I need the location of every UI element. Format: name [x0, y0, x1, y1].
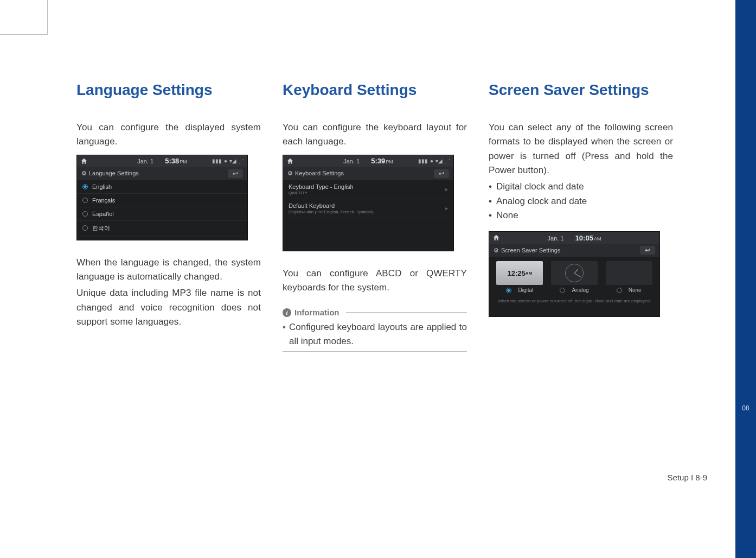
status-center: Jan. 1 5:39PM	[283, 157, 453, 165]
bullet-item: •Digital clock and date	[489, 180, 673, 194]
back-button[interactable]: ↩	[640, 246, 655, 255]
language-note-1: When the language is changed, the system…	[76, 256, 261, 284]
keyboard-intro: You can configure the keyboard layout fo…	[283, 121, 467, 149]
option-label: None	[629, 287, 642, 293]
keyboard-screenshot: Jan. 1 5:39PM ▮▮▮ ● ▾◢ ⋰ ⚙Keyboard Setti…	[283, 155, 454, 251]
radio-icon	[82, 184, 88, 189]
screen-title: Screen Saver Settings	[501, 247, 560, 253]
analog-clock-icon	[565, 264, 584, 282]
heading-language: Language Settings	[76, 81, 261, 99]
column-language: Language Settings You can configure the …	[76, 81, 261, 352]
status-date: Jan. 1	[343, 158, 360, 164]
info-icon: i	[283, 308, 291, 317]
status-center: Jan. 1 5:38PM	[77, 157, 247, 165]
bullet-item: •None	[489, 208, 673, 223]
analog-preview	[551, 261, 598, 285]
language-label: Español	[92, 211, 114, 217]
keyboard-item-label: Default Keyboard	[289, 202, 374, 209]
screen-title: Language Settings	[89, 170, 139, 176]
saver-option-none[interactable]: None	[601, 261, 656, 293]
status-time: 5:38	[165, 157, 179, 165]
back-button[interactable]: ↩	[434, 169, 449, 178]
keyboard-item[interactable]: Default Keyboard English-Latin (For Engl…	[283, 199, 453, 218]
bullet-dot: •	[489, 194, 496, 208]
digital-preview: 12:25 AM	[496, 261, 543, 285]
screen-title-bar: ⚙Screen Saver Settings ↩	[489, 244, 659, 257]
heading-screensaver: Screen Saver Settings	[489, 81, 673, 99]
language-screenshot: Jan. 1 5:38PM ▮▮▮ ● ▾◢ ⋰ ⚙Language Setti…	[76, 155, 248, 240]
language-label: English	[92, 183, 112, 190]
status-bar: Jan. 1 10:05AM	[489, 232, 659, 244]
keyboard-item-label: Keyboard Type - English	[289, 183, 354, 190]
status-time: 5:39	[371, 157, 385, 165]
bullet-text: None	[496, 208, 518, 223]
bullet-text: Digital clock and date	[496, 180, 584, 194]
information-item: • Configured keyboard layouts are applie…	[283, 320, 467, 352]
language-option[interactable]: Français	[77, 194, 247, 207]
radio-icon	[506, 288, 511, 293]
screen-title-bar: ⚙Keyboard Settings ↩	[283, 167, 453, 180]
status-date: Jan. 1	[137, 158, 153, 164]
saver-option-analog[interactable]: Analog	[547, 261, 602, 293]
screen-title-bar: ⚙Language Settings ↩	[77, 167, 247, 180]
screensaver-options: 12:25 AM Digital Analog	[489, 257, 659, 316]
corner-rule-h	[0, 34, 48, 35]
saver-option-digital[interactable]: 12:25 AM Digital	[492, 261, 547, 293]
information-block: i Information • Configured keyboard layo…	[283, 308, 467, 352]
keyboard-note: You can configure ABCD or QWERTY keyboar…	[283, 267, 467, 295]
language-option[interactable]: English	[77, 180, 247, 194]
screen-title: Keyboard Settings	[295, 170, 344, 176]
language-option[interactable]: 한국어	[77, 221, 247, 236]
chevron-right-icon: ▸	[445, 186, 448, 192]
language-option[interactable]: Español	[77, 207, 247, 221]
information-head: i Information	[283, 308, 467, 317]
language-label: Français	[92, 197, 115, 204]
information-label: Information	[294, 308, 339, 317]
status-center: Jan. 1 10:05AM	[489, 234, 659, 242]
back-button[interactable]: ↩	[228, 169, 243, 178]
preview-ampm: AM	[526, 271, 532, 276]
option-label: Digital	[518, 287, 533, 293]
manual-page: 08 Language Settings You can configure t…	[0, 0, 756, 558]
radio-icon	[617, 288, 622, 293]
status-bar: Jan. 1 5:39PM ▮▮▮ ● ▾◢ ⋰	[283, 155, 453, 167]
status-date: Jan. 1	[548, 235, 564, 242]
status-bar: Jan. 1 5:38PM ▮▮▮ ● ▾◢ ⋰	[77, 155, 247, 167]
status-ampm: PM	[180, 159, 187, 164]
title-left: ⚙Language Settings	[81, 170, 139, 177]
information-text: Configured keyboard layouts are applied …	[289, 320, 467, 348]
gear-icon: ⚙	[81, 170, 87, 176]
column-screensaver: Screen Saver Settings You can select any…	[489, 81, 673, 352]
radio-icon	[560, 288, 565, 293]
bullet-icon: •	[283, 320, 286, 348]
gear-icon: ⚙	[494, 247, 499, 253]
preview-time: 12:25	[507, 269, 525, 277]
title-left: ⚙Screen Saver Settings	[494, 247, 560, 254]
language-note-2: Unique data including MP3 file name is n…	[76, 286, 261, 329]
section-tab: 08	[735, 0, 756, 558]
status-ampm: AM	[594, 236, 601, 242]
status-time: 10:05	[575, 234, 593, 242]
none-preview	[606, 261, 652, 285]
radio-icon	[82, 225, 88, 231]
keyboard-item-sub: English-Latin (For English, French, Span…	[289, 210, 374, 214]
option-label: Analog	[572, 287, 588, 293]
radio-icon	[82, 211, 88, 217]
language-list: English Français Español 한국어	[77, 180, 247, 240]
corner-rule-v	[47, 0, 48, 35]
content-columns: Language Settings You can configure the …	[76, 81, 718, 352]
bullet-dot: •	[489, 208, 496, 223]
rule-line	[346, 312, 467, 313]
radio-icon	[82, 198, 88, 203]
gear-icon: ⚙	[287, 170, 293, 176]
column-keyboard: Keyboard Settings You can configure the …	[283, 81, 467, 352]
screensaver-intro: You can select any of the following scre…	[489, 121, 673, 177]
language-label: 한국어	[92, 224, 110, 232]
bullet-text: Analog clock and date	[496, 194, 587, 208]
screensaver-bullets: •Digital clock and date •Analog clock an…	[489, 180, 673, 223]
status-ampm: PM	[386, 159, 393, 164]
keyboard-item[interactable]: Keyboard Type - English QWERTY ▸	[283, 180, 453, 199]
chevron-right-icon: ▸	[445, 205, 448, 211]
screensaver-screenshot: Jan. 1 10:05AM ⚙Screen Saver Settings ↩ …	[489, 231, 660, 317]
bullet-dot: •	[489, 180, 496, 194]
